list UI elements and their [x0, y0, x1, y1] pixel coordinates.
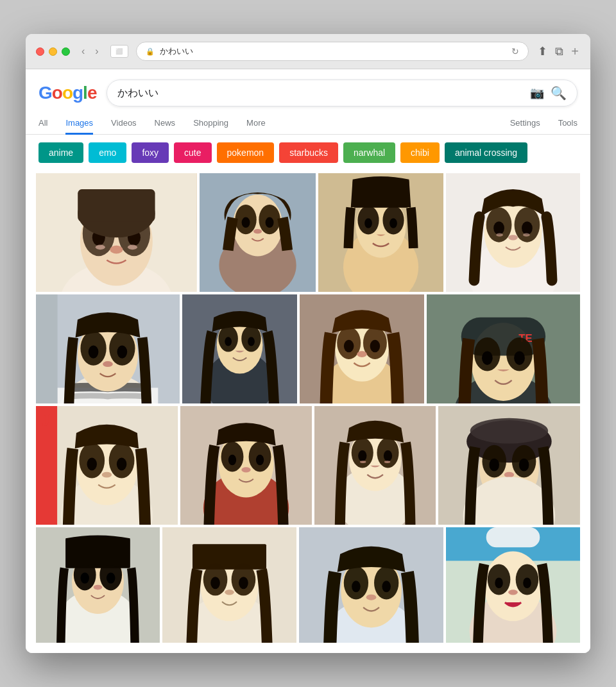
svg-point-137 — [352, 581, 361, 592]
share-button[interactable]: ⬆ — [536, 43, 549, 60]
image-cell-r4c3[interactable] — [299, 527, 443, 643]
svg-point-35 — [493, 221, 504, 235]
image-cell-r3c4[interactable] — [438, 406, 580, 525]
address-bar[interactable]: 🔒 かわいい ↻ — [136, 42, 529, 61]
photo-r2c3 — [300, 294, 424, 403]
traffic-lights — [36, 47, 70, 56]
google-logo[interactable]: Google — [38, 83, 96, 103]
photo-r3c4 — [438, 406, 580, 525]
svg-point-130 — [239, 577, 248, 589]
svg-point-27 — [364, 218, 372, 228]
image-cell-r4c1[interactable] — [36, 527, 160, 643]
back-button[interactable]: ‹ — [78, 44, 89, 58]
toolbar-icons: ⬆ ⧉ + — [536, 43, 580, 60]
tab-more[interactable]: More — [246, 113, 266, 135]
tab-settings[interactable]: Settings — [510, 113, 540, 135]
image-cell-r2c3[interactable] — [300, 294, 424, 403]
svg-point-106 — [470, 418, 548, 444]
svg-point-47 — [117, 345, 128, 358]
new-tab-button[interactable]: ⧉ — [554, 44, 565, 60]
image-cell-r1c1[interactable] — [36, 173, 197, 292]
chip-pokemon[interactable]: pokemon — [217, 142, 275, 163]
image-cell-r3c2[interactable] — [180, 406, 312, 525]
chip-cute[interactable]: cute — [174, 142, 211, 163]
nav-buttons: ‹ › — [78, 44, 103, 58]
tab-all[interactable]: All — [38, 113, 47, 135]
svg-point-131 — [225, 589, 234, 595]
tab-icon[interactable]: ⬜ — [110, 45, 128, 58]
image-cell-r1c2[interactable] — [200, 173, 316, 292]
image-cell-r4c4[interactable] — [446, 527, 580, 643]
image-cell-r4c2[interactable] — [162, 527, 296, 643]
photo-r4c2 — [162, 527, 296, 643]
svg-point-120 — [107, 572, 116, 583]
svg-point-129 — [210, 577, 220, 589]
title-bar: ‹ › ⬜ 🔒 かわいい ↻ ⬆ ⧉ + — [26, 34, 590, 69]
chip-animal-crossing[interactable]: animal crossing — [445, 142, 527, 163]
svg-point-91 — [228, 455, 236, 465]
photo-r3c2 — [180, 406, 312, 525]
svg-point-66 — [357, 351, 367, 357]
forward-button[interactable]: › — [91, 44, 102, 58]
svg-point-64 — [344, 340, 354, 352]
photo-r2c1 — [36, 294, 180, 403]
image-cell-r3c3[interactable] — [314, 406, 436, 525]
logo-l: l — [83, 83, 87, 103]
photo-r1c2 — [200, 173, 316, 292]
chip-emo[interactable]: emo — [89, 142, 126, 163]
svg-point-111 — [504, 472, 514, 478]
tab-tools[interactable]: Tools — [558, 113, 578, 135]
svg-point-56 — [225, 337, 232, 346]
svg-point-37 — [508, 235, 518, 240]
logo-e: e — [87, 83, 97, 103]
svg-point-20 — [253, 229, 262, 233]
image-cell-r1c4[interactable] — [446, 173, 580, 292]
reload-icon[interactable]: ↻ — [511, 46, 519, 56]
svg-rect-71 — [461, 318, 545, 356]
tab-images[interactable]: Images — [65, 113, 93, 135]
chip-starbucks[interactable]: starbucks — [279, 142, 338, 163]
content-area: Google かわいい 📷 🔍 All Images Videos News S… — [26, 69, 590, 653]
svg-point-139 — [366, 595, 377, 600]
nav-tabs: All Images Videos News Shopping More Set… — [26, 106, 590, 135]
svg-point-85 — [102, 472, 112, 478]
image-cell-r3c1[interactable]: J — [36, 406, 178, 525]
tab-shopping[interactable]: Shopping — [193, 113, 228, 135]
camera-search-icon[interactable]: 📷 — [530, 86, 544, 100]
google-header: Google かわいい 📷 🔍 — [26, 69, 590, 106]
image-cell-r2c4[interactable]: TE — [427, 294, 580, 403]
image-cell-r2c2[interactable] — [182, 294, 297, 403]
image-cell-r2c1[interactable] — [36, 294, 180, 403]
logo-g2: g — [73, 83, 83, 103]
maximize-button[interactable] — [62, 47, 70, 56]
tab-videos[interactable]: Videos — [111, 113, 137, 135]
svg-point-102 — [384, 461, 390, 463]
image-row-3: J — [36, 406, 580, 525]
svg-point-92 — [256, 455, 264, 465]
search-bar[interactable]: かわいい 📷 🔍 — [107, 80, 578, 106]
image-row-4 — [36, 527, 580, 643]
photo-r1c1 — [36, 173, 197, 292]
chip-narwhal[interactable]: narwhal — [343, 142, 395, 163]
svg-point-48 — [103, 361, 113, 367]
photo-r3c3 — [314, 406, 436, 525]
svg-rect-142 — [486, 527, 540, 547]
photo-r4c1 — [36, 527, 160, 643]
image-cell-r1c3[interactable] — [318, 173, 443, 292]
close-button[interactable] — [36, 47, 44, 56]
chip-anime[interactable]: anime — [38, 142, 83, 163]
svg-point-57 — [248, 337, 255, 346]
tab-news[interactable]: News — [155, 113, 176, 135]
svg-point-38 — [496, 233, 502, 237]
tab-favicon: ⬜ — [116, 48, 123, 55]
svg-point-75 — [482, 351, 493, 364]
svg-point-65 — [370, 340, 381, 352]
search-submit-icon[interactable]: 🔍 — [551, 85, 567, 101]
add-tab-button[interactable]: + — [570, 43, 580, 60]
chip-chibi[interactable]: chibi — [400, 142, 440, 163]
minimize-button[interactable] — [49, 47, 57, 56]
svg-point-18 — [241, 217, 250, 228]
image-row-1 — [36, 173, 580, 292]
chip-foxy[interactable]: foxy — [132, 142, 169, 163]
image-row-2: TE — [36, 294, 580, 403]
